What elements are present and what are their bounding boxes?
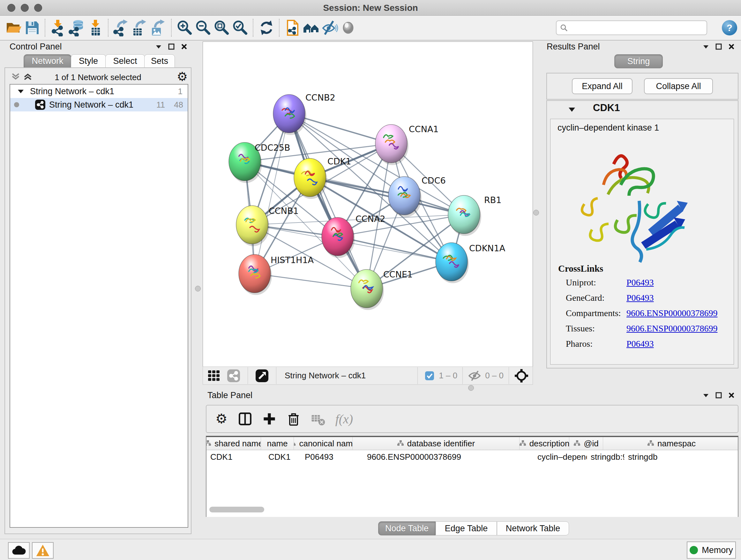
table-cell[interactable]: stringdb:9...	[587, 450, 624, 463]
search-field[interactable]	[568, 23, 697, 33]
network-node-RB1[interactable]	[448, 195, 480, 234]
memory-status-icon	[690, 546, 698, 554]
node-label-CDK1: CDK1	[327, 157, 351, 166]
grid-view-icon[interactable]	[207, 369, 221, 382]
tab-sets[interactable]: Sets	[144, 54, 175, 68]
network-collection-row[interactable]: String Network – cdk1 1	[10, 84, 188, 98]
crosslink-value-link[interactable]: P06493	[626, 339, 654, 349]
horizontal-scrollbar-thumb[interactable]	[209, 507, 264, 512]
show-all-icon[interactable]	[339, 18, 357, 37]
import-network-database-icon[interactable]	[68, 18, 86, 37]
import-table-icon[interactable]	[86, 18, 105, 37]
delete-column-icon[interactable]	[286, 411, 301, 427]
crosslink-value-link[interactable]: 9606.ENSP00000378699	[626, 323, 718, 334]
search-input[interactable]	[556, 20, 707, 35]
panel-close-icon[interactable]	[726, 42, 737, 51]
tab-network[interactable]: Network	[23, 54, 71, 68]
panel-float-icon[interactable]	[713, 390, 724, 400]
import-file-network-icon[interactable]	[283, 18, 302, 37]
network-row-selected[interactable]: String Network – cdk1 11 48	[10, 98, 188, 111]
panel-float-icon[interactable]	[713, 42, 724, 51]
warning-icon	[36, 544, 50, 557]
tab-style[interactable]: Style	[71, 54, 106, 68]
cloud-button[interactable]	[8, 542, 30, 559]
gear-icon[interactable]: ⚙	[177, 71, 188, 83]
network-node-count: 11	[156, 100, 165, 110]
tab-node-table[interactable]: Node Table	[378, 521, 435, 536]
memory-button[interactable]: Memory	[687, 542, 736, 559]
network-node-CCNB1[interactable]	[236, 206, 268, 244]
table-cell[interactable]: CDK1	[265, 450, 301, 463]
panel-menu-icon[interactable]	[700, 390, 711, 400]
crosslink-row: Uniprot:P06493	[566, 277, 732, 288]
panel-close-icon[interactable]	[179, 42, 190, 51]
tab-edge-table[interactable]: Edge Table	[435, 521, 497, 536]
column-header--id[interactable]: @id	[569, 437, 603, 450]
column-header-database-identifier[interactable]: database identifier	[353, 437, 520, 450]
table-toolbar: ⚙ f(x)	[206, 405, 738, 433]
panel-menu-icon[interactable]	[700, 42, 711, 51]
section-collapse-icon[interactable]	[568, 107, 576, 113]
network-tree: String Network – cdk1 1 String Network –…	[10, 84, 188, 528]
window-title: Session: New Session	[0, 3, 741, 13]
table-cell[interactable]: P06493	[301, 450, 363, 463]
create-column-icon[interactable]	[261, 411, 277, 427]
tree-expand-icon[interactable]	[17, 89, 24, 94]
hidden-eye-icon[interactable]	[468, 370, 481, 381]
zoom-out-icon[interactable]	[194, 18, 212, 37]
zoom-selected-icon[interactable]	[231, 18, 250, 37]
left-splitter-handle[interactable]	[195, 286, 201, 292]
hide-selection-icon[interactable]	[320, 18, 339, 37]
tab-string[interactable]: String	[614, 54, 663, 68]
table-settings-gear-icon[interactable]: ⚙	[215, 412, 227, 426]
tab-select[interactable]: Select	[105, 54, 145, 68]
zoom-in-icon[interactable]	[176, 18, 194, 37]
toolbar-separator	[509, 367, 509, 384]
column-header-canonical-name[interactable]: canonical name	[294, 437, 353, 450]
export-image-icon[interactable]	[149, 18, 168, 37]
tab-network-table[interactable]: Network Table	[497, 521, 569, 536]
crosslink-value-link[interactable]: 9606.ENSP00000378699	[626, 308, 718, 318]
panel-float-icon[interactable]	[166, 42, 177, 51]
table-cell[interactable]: 9606.ENSP00000378699	[363, 450, 534, 463]
table-cell[interactable]: CDK1	[206, 450, 265, 463]
crosslink-value-link[interactable]: P06493	[626, 277, 654, 288]
panel-menu-icon[interactable]	[153, 42, 164, 51]
right-splitter-handle[interactable]	[533, 210, 539, 215]
import-network-file-icon[interactable]	[49, 18, 68, 37]
column-header-description[interactable]: description	[520, 437, 569, 450]
network-canvas[interactable]: CCNB2CCNA1CDC25BCDK1CDC6RB1CCNB1CCNA2CDK…	[203, 42, 533, 367]
export-network-icon[interactable]	[112, 18, 131, 37]
share-network-icon[interactable]	[226, 369, 241, 383]
selected-checkbox-icon[interactable]	[425, 371, 434, 381]
table-cell[interactable]: cyclin–dependent ...	[534, 450, 587, 463]
column-header-shared-name[interactable]: shared name	[206, 437, 261, 450]
warnings-button[interactable]	[32, 542, 54, 559]
home-icon[interactable]	[302, 18, 320, 37]
network-selection-status: 1 of 1 Network selected	[5, 72, 191, 82]
column-header-name[interactable]: name	[261, 437, 294, 450]
help-button[interactable]: ?	[722, 20, 737, 36]
column-header-namespac[interactable]: namespac	[603, 437, 740, 450]
table-row[interactable]: CDK1CDK1P064939606.ENSP00000378699cyclin…	[206, 450, 738, 463]
column-type-icon	[206, 439, 211, 449]
birdseye-view-icon[interactable]	[255, 369, 269, 383]
expand-all-button[interactable]: Expand All	[572, 78, 632, 94]
zoom-fit-icon[interactable]	[212, 18, 231, 37]
network-node-CCNE1[interactable]	[351, 269, 383, 308]
show-columns-icon[interactable]	[237, 411, 253, 427]
node-label-CCNB1: CCNB1	[269, 206, 299, 216]
table-cell[interactable]: stringdb	[624, 450, 741, 463]
panel-close-icon[interactable]	[726, 390, 737, 400]
column-header-label: canonical name	[299, 439, 353, 449]
open-session-icon[interactable]	[4, 18, 23, 37]
node-table: shared namenamecanonical namedatabase id…	[206, 436, 738, 517]
fit-selection-crosshair-icon[interactable]	[514, 368, 529, 383]
collapse-all-button[interactable]: Collapse All	[644, 78, 713, 94]
export-table-icon[interactable]	[131, 18, 149, 37]
save-session-icon[interactable]	[23, 18, 42, 37]
network-node-CDK1[interactable]	[294, 159, 326, 197]
network-node-CDC6[interactable]	[388, 177, 420, 215]
crosslink-value-link[interactable]: P06493	[626, 293, 654, 303]
update-icon[interactable]	[257, 18, 276, 37]
